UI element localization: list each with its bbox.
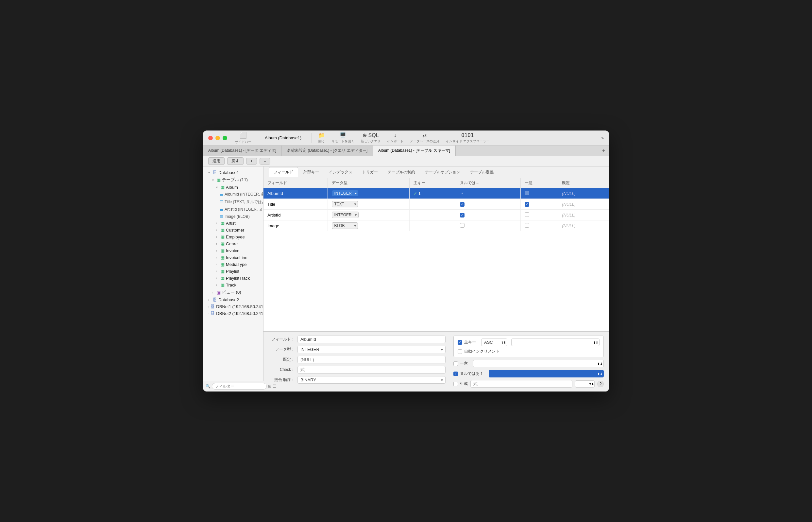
notnull-select[interactable] xyxy=(489,370,604,378)
sidebar-field-albumid[interactable]: ☰ AlbumId (INTEGER, 主キー xyxy=(203,191,263,198)
sidebar-item-invoiceline[interactable]: › ▦ InvoiceLine xyxy=(203,254,263,261)
table-row[interactable]: Title TEXT ▼ ✓ xyxy=(264,199,609,210)
notnull-checkbox[interactable]: ✓ xyxy=(460,191,464,196)
field-type-select[interactable]: INTEGER xyxy=(297,346,445,353)
field-type-cell[interactable]: INTEGER ▼ xyxy=(328,210,409,220)
unique-checkbox[interactable] xyxy=(525,223,529,228)
type-select[interactable]: TEXT xyxy=(332,201,358,207)
sidebar-field-image[interactable]: ☰ Image (BLOB) xyxy=(203,213,263,220)
schema-tab-indexes[interactable]: インデックス xyxy=(324,167,357,177)
toolbar-expand[interactable]: » xyxy=(602,135,604,140)
tab-query-editor[interactable]: 名称未設定 (Database1) - [クエリ エディター] xyxy=(282,145,373,156)
sidebar-item-database1[interactable]: ▾ 🗄 Database1 xyxy=(203,169,263,176)
import-button[interactable]: ↓ インポート xyxy=(387,133,403,144)
type-select[interactable]: BLOB xyxy=(332,222,358,229)
unique-checkbox[interactable] xyxy=(525,212,529,217)
open-button[interactable]: 📁 開く xyxy=(318,132,325,144)
sidebar-item-album[interactable]: ▾ ▦ Album xyxy=(203,184,263,191)
pk-cell[interactable] xyxy=(409,199,456,210)
schema-tab-constraints[interactable]: テーブルの制約 xyxy=(383,167,420,177)
tab-data-editor[interactable]: Album (Database1) - [データ エディタ] xyxy=(203,145,282,156)
notnull-form-checkbox[interactable]: ✓ xyxy=(453,372,458,376)
sidebar-item-genre[interactable]: › ▦ Genre xyxy=(203,240,263,247)
sidebar-item-track[interactable]: › ▦ Track xyxy=(203,282,263,288)
table-row[interactable]: ArtistId INTEGER ▼ xyxy=(264,210,609,220)
field-type-select-wrap[interactable]: INTEGER ▼ xyxy=(297,346,445,353)
notnull-checkbox-label[interactable]: ✓ ヌルではあ！ xyxy=(453,371,483,377)
help-button[interactable]: ? xyxy=(597,381,604,387)
schema-tab-definition[interactable]: テーブル定義 xyxy=(465,167,498,177)
minimize-button[interactable] xyxy=(215,136,220,140)
remove-field-button[interactable]: − xyxy=(259,158,270,164)
field-collation-select-wrap[interactable]: BINARY ▼ xyxy=(297,376,445,384)
sidebar-item-employee[interactable]: › ▦ Employee xyxy=(203,234,263,240)
notnull-checkbox[interactable]: ✓ xyxy=(460,213,464,218)
tab-schema[interactable]: Album (Database1) - [テーブル スキーマ] xyxy=(373,145,456,156)
generate-checkbox[interactable] xyxy=(453,382,458,386)
sidebar-item-customer[interactable]: › ▦ Customer xyxy=(203,227,263,234)
sidebar-item-database2[interactable]: › 🗄 Database2 xyxy=(203,296,263,303)
notnull-checkbox[interactable] xyxy=(460,223,464,228)
sidebar-field-artistid[interactable]: ☰ ArtistId (INTEGER, ヌルで xyxy=(203,206,263,213)
unique-checkbox[interactable] xyxy=(525,191,529,195)
unique-cell[interactable] xyxy=(520,220,558,231)
schema-tab-fields[interactable]: フィールド xyxy=(269,167,298,177)
sidebar-item-dbnet1[interactable]: › 🗄 DBNet1 (192.168.50.241) xyxy=(203,303,263,310)
schema-tab-fk[interactable]: 外部キー xyxy=(299,167,324,177)
new-query-button[interactable]: ⊕ SQL 新しいクエリ xyxy=(361,132,380,144)
notnull-cell[interactable] xyxy=(456,220,520,231)
type-select-wrapper[interactable]: BLOB ▼ xyxy=(332,222,358,229)
sidebar-item-dbnet2[interactable]: › 🗄 DBNet2 (192.168.50.241) xyxy=(203,310,263,317)
field-type-cell[interactable]: INTEGER ▼ xyxy=(328,188,409,199)
field-type-cell[interactable]: BLOB ▼ xyxy=(328,220,409,231)
sidebar-item-playlist[interactable]: › ▦ Playlist xyxy=(203,268,263,275)
table-row[interactable]: Image BLOB ▼ xyxy=(264,220,609,231)
type-select[interactable]: INTEGER xyxy=(332,190,359,197)
unique-cell[interactable] xyxy=(520,188,558,199)
pk-checkbox[interactable]: ✓ xyxy=(458,340,462,345)
field-default-input[interactable] xyxy=(297,356,445,363)
filter-input[interactable] xyxy=(212,383,267,389)
unique-select-wrap[interactable]: ⬆⬇ xyxy=(473,360,604,367)
auto-increment-checkbox[interactable] xyxy=(458,349,462,354)
maximize-button[interactable] xyxy=(223,136,227,140)
sidebar-item-mediatype[interactable]: › ▦ MediaType xyxy=(203,261,263,268)
pk-order-select[interactable]: ASC DESC xyxy=(481,339,507,346)
pk-cell[interactable] xyxy=(409,220,456,231)
sidebar-field-title[interactable]: ☰ Title (TEXT, ヌルではありま xyxy=(203,198,263,206)
type-select-wrapper[interactable]: TEXT ▼ xyxy=(332,201,358,207)
sidebar-item-views[interactable]: › ▣ ビュー (0) xyxy=(203,288,263,296)
pk-extra-select-wrap[interactable]: ⬆⬇ xyxy=(511,339,600,346)
field-type-cell[interactable]: TEXT ▼ xyxy=(328,199,409,210)
revert-button[interactable]: 戻す xyxy=(227,157,244,165)
generate-checkbox-label[interactable]: 生成 xyxy=(453,381,468,387)
sidebar-toggle[interactable]: ⬜ サイドバー xyxy=(235,132,251,144)
generate-expression-input[interactable] xyxy=(471,380,572,387)
sidebar-item-invoice[interactable]: › ▦ Invoice xyxy=(203,247,263,254)
gen-type-select[interactable] xyxy=(575,380,595,387)
type-select[interactable]: INTEGER xyxy=(332,212,359,218)
pk-cell[interactable] xyxy=(409,210,456,220)
new-tab-button[interactable]: + xyxy=(598,145,609,156)
field-name-input[interactable] xyxy=(297,336,445,343)
schema-tab-triggers[interactable]: トリガー xyxy=(358,167,382,177)
field-collation-select[interactable]: BINARY xyxy=(297,376,445,384)
unique-cell[interactable] xyxy=(520,210,558,220)
notnull-cell[interactable]: ✓ xyxy=(456,210,520,220)
notnull-cell[interactable]: ✓ xyxy=(456,188,520,199)
sidebar-item-playlisttrack[interactable]: › ▦ PlaylistTrack xyxy=(203,275,263,282)
sidebar-item-artist[interactable]: › ▦ Artist xyxy=(203,220,263,227)
notnull-cell[interactable]: ✓ xyxy=(456,199,520,210)
type-select-wrapper[interactable]: INTEGER ▼ xyxy=(332,212,359,218)
explorer-button[interactable]: 0101 インサイド エクスプローラー xyxy=(446,132,490,144)
table-row[interactable]: AlbumId INTEGER ▼ xyxy=(264,188,609,199)
auto-increment-label[interactable]: 自動インクリメント xyxy=(458,349,499,354)
pk-cell[interactable]: ✓ 1 xyxy=(409,188,456,199)
unique-checkbox-label[interactable]: 一意 xyxy=(453,361,468,366)
unique-cell[interactable]: ✓ xyxy=(520,199,558,210)
notnull-checkbox[interactable]: ✓ xyxy=(460,202,464,207)
close-button[interactable] xyxy=(208,136,213,140)
type-select-wrapper[interactable]: INTEGER ▼ xyxy=(332,190,359,197)
pk-order-select-wrap[interactable]: ASC DESC ⬆⬇ xyxy=(481,339,507,346)
remote-open-button[interactable]: 🖥️ リモートを開く xyxy=(331,132,354,144)
